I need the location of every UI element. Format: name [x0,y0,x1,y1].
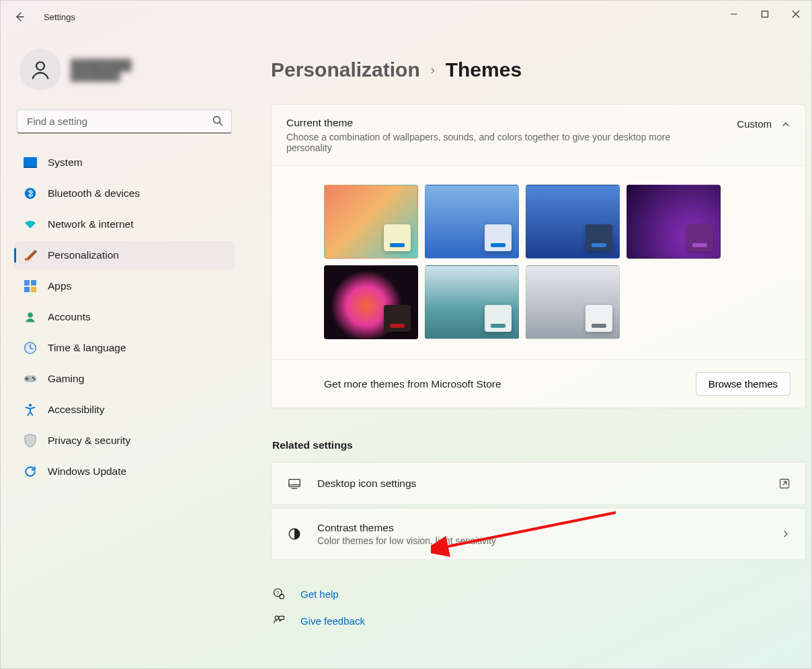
sidebar-item-label: Network & internet [48,218,134,230]
give-feedback-link[interactable]: Give feedback [300,615,365,627]
theme-color-chip [585,305,612,332]
accessibility-icon [24,403,37,416]
svg-rect-7 [24,280,30,285]
contrast-icon [286,527,302,541]
theme-tile-5[interactable] [324,265,418,339]
desktop-icon-settings-row[interactable]: Desktop icon settings [271,462,806,505]
network-icon [24,218,37,231]
sidebar-item-label: Privacy & security [48,435,130,447]
sidebar-item-network[interactable]: Network & internet [14,210,235,238]
svg-point-2 [214,117,220,124]
sidebar-item-label: Windows Update [48,465,126,478]
sidebar-item-apps[interactable]: Apps [14,272,235,300]
user-profile[interactable]: ████████ ████████ [14,41,235,104]
theme-tile-7[interactable] [526,265,620,339]
maximize-icon [761,10,769,18]
apps-icon [24,279,37,293]
current-theme-card: Current theme Choose a combination of wa… [271,104,806,408]
get-help-link[interactable]: Get help [300,588,339,600]
main-content: Personalization › Themes Current theme C… [243,33,811,668]
contrast-themes-row[interactable]: Contrast themes Color themes for low vis… [271,508,806,560]
svg-rect-10 [31,287,36,292]
sidebar-item-label: Gaming [48,373,84,385]
minimize-button[interactable] [719,3,749,25]
sidebar: ████████ ████████ SystemBluetooth & devi… [1,33,243,668]
svg-rect-0 [762,11,768,17]
current-theme-desc: Choose a combination of wallpapers, soun… [286,132,703,153]
window-controls [719,1,811,33]
sidebar-item-accounts[interactable]: Accounts [14,303,235,331]
sidebar-item-accessibility[interactable]: Accessibility [14,396,235,424]
sidebar-item-time[interactable]: Time & language [14,334,235,362]
svg-point-21 [280,594,284,599]
search-box [17,109,232,134]
accounts-icon [24,310,37,324]
sidebar-item-personalization[interactable]: Personalization [14,241,235,269]
svg-rect-24 [279,616,284,619]
theme-color-chip [384,305,411,332]
sidebar-item-label: Accessibility [48,404,104,416]
svg-point-16 [29,404,32,406]
minimize-icon [730,10,738,18]
related-settings-heading: Related settings [272,439,806,451]
theme-color-chip [485,305,512,332]
theme-tile-3[interactable] [526,185,620,259]
theme-tile-2[interactable] [425,185,519,259]
chevron-up-icon [781,120,790,129]
contrast-themes-desc: Color themes for low vision, light sensi… [317,535,766,546]
browse-themes-button[interactable]: Browse themes [696,372,790,396]
current-theme-title: Current theme [286,117,727,129]
theme-color-chip [686,224,713,251]
arrow-left-icon [14,11,25,22]
sidebar-item-label: Time & language [48,342,126,354]
theme-tile-1[interactable] [324,185,418,259]
breadcrumb: Personalization › Themes [271,58,806,81]
breadcrumb-parent[interactable]: Personalization [271,58,420,81]
theme-tile-4[interactable] [626,185,721,259]
sidebar-item-privacy[interactable]: Privacy & security [14,427,235,455]
system-icon [24,156,37,169]
breadcrumb-current: Themes [446,58,522,81]
back-button[interactable] [9,6,30,28]
svg-point-1 [36,62,44,70]
sidebar-item-label: Bluetooth & devices [48,187,140,199]
person-icon [29,58,52,81]
theme-grid-container [272,165,805,359]
svg-text:?: ? [276,590,279,595]
theme-tile-6[interactable] [425,265,519,339]
gaming-icon [24,372,37,386]
sidebar-item-bluetooth[interactable]: Bluetooth & devices [14,179,235,208]
current-theme-value: Custom [737,118,772,130]
sidebar-item-label: Accounts [48,311,91,323]
more-themes-text: Get more themes from Microsoft Store [324,378,696,390]
update-icon [24,465,37,478]
get-help-row: ? Get help [271,580,806,607]
app-title: Settings [44,12,75,22]
more-themes-row: Get more themes from Microsoft Store Bro… [272,359,805,408]
sidebar-item-update[interactable]: Windows Update [14,457,235,486]
sidebar-item-label: Apps [48,280,71,292]
feedback-icon [272,614,286,627]
svg-point-23 [275,616,278,619]
search-icon[interactable] [212,115,224,127]
svg-point-15 [34,379,36,381]
time-icon [24,341,37,355]
sidebar-item-gaming[interactable]: Gaming [14,365,235,393]
close-button[interactable] [780,3,811,25]
contrast-themes-title: Contrast themes [317,522,766,534]
svg-rect-4 [24,167,37,168]
svg-point-11 [28,312,33,318]
search-input[interactable] [17,109,232,134]
sidebar-item-system[interactable]: System [14,148,235,177]
maximize-button[interactable] [749,3,780,25]
theme-color-chip [485,224,512,251]
svg-point-14 [32,377,34,379]
chevron-right-icon: › [431,63,435,77]
chevron-right-icon [781,529,790,539]
svg-rect-9 [24,287,30,292]
theme-grid [324,185,790,339]
external-link-icon [778,478,790,490]
give-feedback-row: Give feedback [271,607,806,634]
privacy-icon [24,434,37,447]
current-theme-header[interactable]: Current theme Choose a combination of wa… [272,105,805,165]
